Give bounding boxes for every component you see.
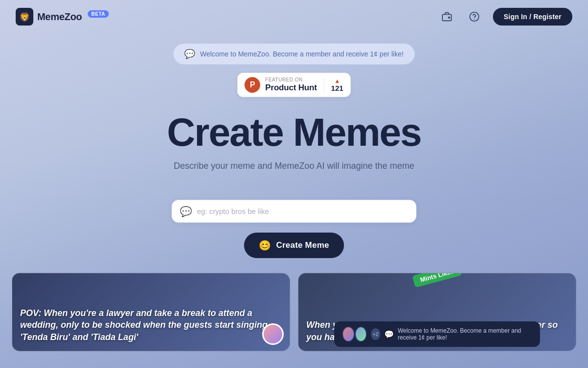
- toast-avatar-2: [355, 326, 368, 342]
- ph-votes: ▲ 121: [324, 78, 343, 92]
- help-icon-button[interactable]: [466, 8, 483, 26]
- product-hunt-badge[interactable]: P FEATURED ON Product Hunt ▲ 121: [237, 73, 350, 97]
- meme-card-2: Mints Likes When you hustle working as a…: [298, 273, 576, 351]
- meme-card-1-avatar: [262, 323, 284, 345]
- logo-text: MemeZoo: [37, 11, 82, 23]
- ph-text-block: FEATURED ON Product Hunt: [265, 77, 317, 93]
- meme-text-input[interactable]: [197, 203, 412, 219]
- meme-cards-row: POV: When you're a lawyer and take a bre…: [0, 263, 588, 351]
- beta-badge: BETA: [88, 10, 108, 18]
- meme-card-1: POV: When you're a lawyer and take a bre…: [12, 273, 290, 351]
- toast-avatar-1: [342, 326, 355, 342]
- toast-text: Welcome to MemeZoo. Become a member and …: [398, 327, 532, 341]
- toast-notification: +2 💬 Welcome to MemeZoo. Become a member…: [334, 321, 540, 347]
- welcome-banner: 💬 Welcome to MemeZoo. Become a member an…: [173, 43, 415, 65]
- welcome-text: Welcome to MemeZoo. Become a member and …: [200, 50, 403, 58]
- hero-section: Create Memes Describe your meme and Meme…: [167, 107, 421, 200]
- smiley-icon: 😊: [259, 239, 271, 251]
- logo-area: 🦁 MemeZoo BETA: [16, 8, 109, 26]
- meme-input-area: 💬: [172, 200, 416, 223]
- ph-logo: P: [245, 77, 260, 93]
- create-meme-button[interactable]: 😊 Create Meme: [244, 233, 343, 258]
- wallet-icon-button[interactable]: [438, 8, 456, 26]
- sign-in-button[interactable]: Sign In / Register: [493, 8, 572, 26]
- main-content: 💬 Welcome to MemeZoo. Become a member an…: [0, 33, 588, 258]
- meme-card-1-text: POV: When you're a lawyer and take a bre…: [20, 307, 282, 343]
- ph-triangle-icon: ▲: [334, 78, 340, 84]
- create-meme-label: Create Meme: [276, 240, 329, 250]
- hero-subtitle: Describe your meme and MemeZoo AI will i…: [167, 161, 421, 171]
- hero-title: Create Memes: [167, 112, 421, 153]
- svg-point-3: [448, 17, 450, 18]
- mints-likes-badge: Mints Likes: [412, 273, 462, 288]
- nav-right: Sign In / Register: [438, 8, 572, 26]
- toast-plus-count: +2: [371, 328, 380, 340]
- ph-count: 121: [331, 84, 343, 92]
- svg-text:🦁: 🦁: [19, 12, 30, 23]
- ph-name: Product Hunt: [265, 83, 317, 93]
- input-chat-icon: 💬: [180, 206, 192, 217]
- chat-icon: 💬: [184, 49, 195, 59]
- navbar: 🦁 MemeZoo BETA Sign In / Register: [0, 0, 588, 33]
- ph-featured-on: FEATURED ON: [265, 77, 317, 82]
- toast-chat-icon: 💬: [384, 330, 394, 339]
- logo-icon: 🦁: [16, 8, 33, 26]
